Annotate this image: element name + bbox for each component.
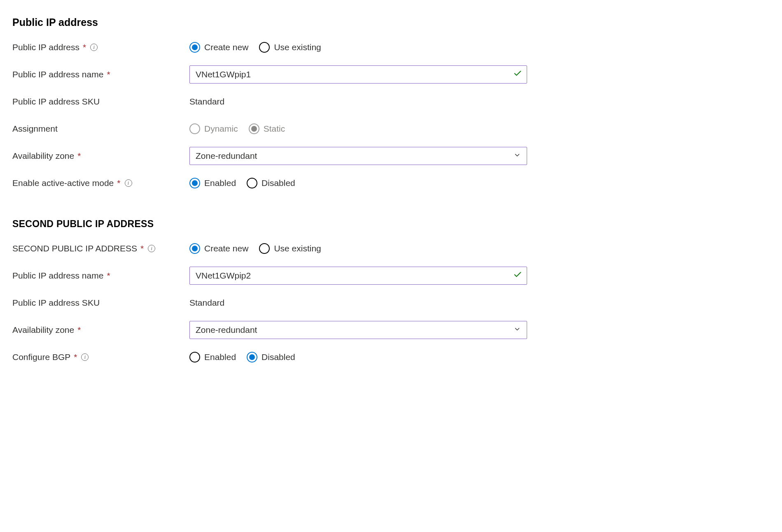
radio-circle-icon (189, 178, 200, 188)
label-availability-zone-2: Availability zone * (12, 324, 189, 335)
label-text-pip-name: Public IP address name (12, 69, 103, 80)
radio-circle-icon (247, 352, 257, 362)
row-pip-name: Public IP address name * (12, 64, 766, 85)
label-text-pip-sku-2: Public IP address SKU (12, 297, 100, 308)
radio-group-public-ip: Create new Use existing (189, 42, 321, 53)
label-availability-zone: Availability zone * (12, 150, 189, 161)
radio-label-enabled: Enabled (204, 178, 236, 188)
radio-use-existing[interactable]: Use existing (259, 42, 321, 53)
radio-use-existing-2[interactable]: Use existing (259, 243, 321, 254)
row-assignment: Assignment Dynamic Static (12, 118, 766, 139)
required-asterisk: * (83, 42, 86, 53)
radio-label-bgp-enabled: Enabled (204, 352, 236, 362)
label-public-ip-address: Public IP address * i (12, 42, 189, 53)
required-asterisk: * (117, 177, 120, 188)
radio-group-second-pip: Create new Use existing (189, 243, 321, 254)
radio-group-active-active: Enabled Disabled (189, 178, 295, 188)
radio-disabled[interactable]: Disabled (247, 178, 295, 188)
required-asterisk: * (107, 270, 110, 281)
label-pip-sku: Public IP address SKU (12, 96, 189, 107)
info-icon[interactable]: i (125, 179, 132, 187)
radio-label-bgp-disabled: Disabled (261, 352, 295, 362)
label-assignment: Assignment (12, 123, 189, 134)
input-wrap-pip-name (189, 65, 527, 84)
row-pip-sku-2: Public IP address SKU Standard (12, 292, 766, 314)
radio-group-assignment: Dynamic Static (189, 123, 285, 134)
chevron-down-icon (514, 151, 521, 161)
radio-static: Static (249, 123, 285, 134)
row-pip-sku: Public IP address SKU Standard (12, 91, 766, 112)
row-active-active: Enable active-active mode * i Enabled Di… (12, 172, 766, 194)
radio-bgp-disabled[interactable]: Disabled (247, 352, 295, 362)
label-text-active-active: Enable active-active mode (12, 177, 114, 188)
label-text-pip-sku: Public IP address SKU (12, 96, 100, 107)
radio-label-static: Static (264, 124, 285, 134)
pip-name-input-2[interactable] (189, 267, 527, 285)
label-pip-name-2: Public IP address name * (12, 270, 189, 281)
checkmark-icon (513, 69, 522, 80)
pip-name-input[interactable] (189, 65, 527, 84)
label-pip-name: Public IP address name * (12, 69, 189, 80)
required-asterisk: * (107, 69, 110, 80)
label-text-availability-zone: Availability zone (12, 150, 74, 161)
radio-create-new[interactable]: Create new (189, 42, 248, 53)
radio-circle-icon (247, 178, 257, 188)
dropdown-value-availability-zone-2: Zone-redundant (196, 325, 257, 335)
row-availability-zone-2: Availability zone * Zone-redundant (12, 319, 766, 341)
dropdown-value-availability-zone: Zone-redundant (196, 151, 257, 161)
section-heading-public-ip: Public IP address (12, 16, 766, 28)
label-text-availability-zone-2: Availability zone (12, 324, 74, 335)
row-availability-zone: Availability zone * Zone-redundant (12, 145, 766, 167)
row-configure-bgp: Configure BGP * i Enabled Disabled (12, 346, 766, 368)
row-public-ip-address: Public IP address * i Create new Use exi… (12, 37, 766, 58)
row-second-pip: SECOND PUBLIC IP ADDRESS * i Create new … (12, 238, 766, 259)
info-icon[interactable]: i (90, 44, 98, 51)
radio-enabled[interactable]: Enabled (189, 178, 236, 188)
radio-circle-icon (249, 123, 259, 134)
pip-sku-value: Standard (189, 97, 224, 107)
radio-circle-icon (189, 123, 200, 134)
radio-label-dynamic: Dynamic (204, 124, 238, 134)
info-icon[interactable]: i (81, 353, 89, 361)
radio-circle-icon (189, 42, 200, 53)
radio-bgp-enabled[interactable]: Enabled (189, 352, 236, 362)
label-text-configure-bgp: Configure BGP (12, 351, 70, 362)
radio-group-bgp: Enabled Disabled (189, 352, 295, 362)
required-asterisk: * (74, 351, 77, 362)
pip-sku-value-2: Standard (189, 298, 224, 308)
section-heading-second-pip: SECOND PUBLIC IP ADDRESS (12, 218, 766, 230)
required-asterisk: * (140, 243, 144, 254)
label-text-second-pip: SECOND PUBLIC IP ADDRESS (12, 243, 137, 254)
radio-label-create-new-2: Create new (204, 244, 248, 253)
checkmark-icon (513, 270, 522, 281)
radio-label-disabled: Disabled (261, 178, 295, 188)
radio-label-create-new: Create new (204, 42, 248, 52)
radio-circle-icon (189, 352, 200, 362)
radio-circle-icon (259, 42, 270, 53)
label-configure-bgp: Configure BGP * i (12, 351, 189, 362)
required-asterisk: * (77, 150, 81, 161)
availability-zone-dropdown[interactable]: Zone-redundant (189, 147, 527, 165)
availability-zone-dropdown-2[interactable]: Zone-redundant (189, 321, 527, 339)
radio-dynamic: Dynamic (189, 123, 238, 134)
label-text-public-ip-address: Public IP address (12, 42, 79, 53)
chevron-down-icon (514, 325, 521, 335)
input-wrap-pip-name-2 (189, 267, 527, 285)
label-text-assignment: Assignment (12, 123, 58, 134)
label-text-pip-name-2: Public IP address name (12, 270, 103, 281)
radio-create-new-2[interactable]: Create new (189, 243, 248, 254)
label-active-active: Enable active-active mode * i (12, 177, 189, 188)
required-asterisk: * (77, 324, 81, 335)
label-pip-sku-2: Public IP address SKU (12, 297, 189, 308)
row-pip-name-2: Public IP address name * (12, 265, 766, 286)
radio-label-use-existing: Use existing (274, 42, 321, 52)
radio-label-use-existing-2: Use existing (274, 244, 321, 253)
radio-circle-icon (189, 243, 200, 254)
radio-circle-icon (259, 243, 270, 254)
label-second-pip: SECOND PUBLIC IP ADDRESS * i (12, 243, 189, 254)
info-icon[interactable]: i (148, 245, 155, 252)
